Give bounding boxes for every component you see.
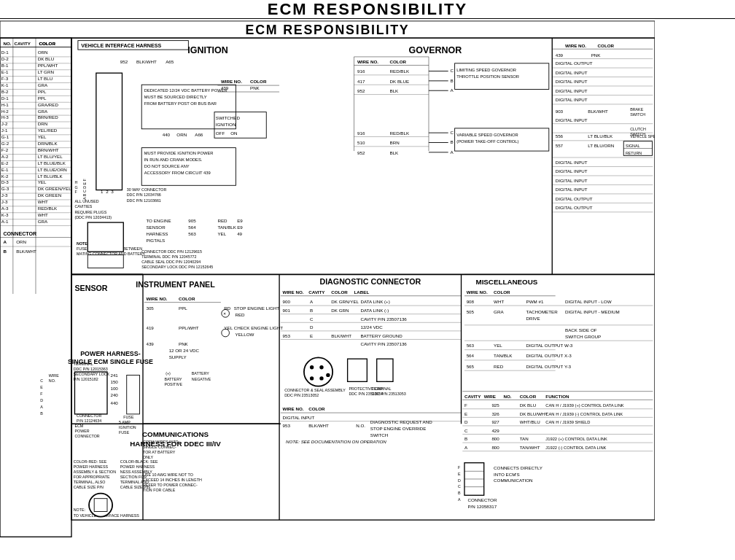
svg-text:POWER HARNESS-: POWER HARNESS-: [80, 350, 141, 357]
svg-text:DIGITAL INPUT: DIGITAL INPUT: [283, 415, 315, 420]
svg-text:LABEL: LABEL: [354, 289, 370, 295]
svg-text:DIAGNOSTIC REQUEST AND: DIAGNOSTIC REQUEST AND: [370, 419, 432, 424]
svg-text:GRA: GRA: [494, 309, 504, 314]
svg-text:A: A: [458, 497, 461, 502]
svg-text:2: 2: [106, 189, 109, 194]
svg-text:NEGATIVE: NEGATIVE: [192, 377, 211, 381]
svg-text:WIRE NO.: WIRE NO.: [565, 43, 586, 48]
svg-text:CAVITY: CAVITY: [464, 394, 481, 399]
svg-text:ONLY: ONLY: [143, 455, 154, 459]
svg-text:PPL: PPL: [179, 306, 187, 311]
svg-text:PPL/WHT: PPL/WHT: [179, 325, 199, 330]
svg-text:FUNCTION: FUNCTION: [545, 394, 569, 399]
svg-text:DK GREEN/YEL: DK GREEN/YEL: [38, 186, 72, 191]
svg-text:DRN/BLK: DRN/BLK: [38, 141, 58, 146]
svg-text:GRA: GRA: [38, 219, 48, 224]
svg-text:CLUTCH: CLUTCH: [630, 127, 646, 131]
svg-text:LT BLUE/ORN: LT BLUE/ORN: [38, 167, 67, 172]
svg-text:WIRE NO.: WIRE NO.: [357, 59, 378, 64]
svg-text:E9: E9: [237, 225, 243, 230]
misc-title: MISCELLANEOUS: [475, 278, 537, 286]
svg-text:A-2: A-2: [1, 154, 9, 159]
svg-text:925: 925: [491, 402, 499, 408]
svg-text:NOTE:: NOTE:: [74, 508, 85, 513]
svg-text:C: C: [450, 68, 454, 73]
svg-text:EXCEED 14 INCHES IN LENGTH: EXCEED 14 INCHES IN LENGTH: [143, 478, 202, 482]
svg-text:FROM BATTERY POST OR BUS BAR: FROM BATTERY POST OR BUS BAR: [144, 101, 217, 106]
col-header-cavity: CAVITY: [15, 41, 31, 46]
svg-text:417: 417: [357, 79, 365, 84]
svg-text:556: 556: [556, 133, 564, 139]
svg-text:GRA: GRA: [38, 109, 48, 114]
svg-text:241: 241: [110, 373, 118, 378]
title-svg: ECM RESPONSIBILITY: [246, 23, 410, 37]
svg-text:REFER TO POWER CONNEC-: REFER TO POWER CONNEC-: [143, 483, 198, 487]
svg-text:800: 800: [491, 445, 499, 450]
svg-text:(DDC P/N 12034413): (DDC P/N 12034413): [74, 215, 112, 219]
svg-text:THROTTLE POSITION SENSOR: THROTTLE POSITION SENSOR: [456, 74, 519, 79]
svg-text:COLOR: COLOR: [308, 406, 325, 411]
svg-text:BLK: BLK: [390, 150, 400, 155]
sensor-label: SENSOR: [74, 284, 107, 292]
row-d1: D-1: [1, 50, 9, 55]
svg-text:B-2: B-2: [1, 89, 9, 94]
svg-text:A: A: [40, 405, 43, 409]
svg-text:439: 439: [146, 341, 154, 346]
svg-text:RED: RED: [217, 218, 228, 223]
svg-text:DK BLU/WHT: DK BLU/WHT: [520, 411, 548, 416]
svg-text:COLOR: COLOR: [250, 79, 267, 84]
svg-text:DRIVE: DRIVE: [526, 316, 540, 321]
svg-text:DIGITAL INPUT: DIGITAL INPUT: [556, 70, 588, 75]
svg-text:C: C: [458, 484, 461, 489]
svg-text:D: D: [40, 398, 43, 402]
svg-text:TACHOMETER: TACHOMETER: [526, 309, 559, 314]
svg-text:419: 419: [146, 325, 154, 330]
svg-text:CAN H / J1939 (+) CONTROL DATA: CAN H / J1939 (+) CONTROL DATA LINK: [545, 403, 623, 408]
svg-text:B: B: [458, 491, 461, 495]
svg-text:563: 563: [467, 343, 475, 348]
svg-text:YEL: YEL: [38, 180, 47, 185]
svg-text:NOTE: SEE DOCUMENTATION ON OPE: NOTE: SEE DOCUMENTATION ON OPERATION: [286, 439, 386, 444]
svg-text:564: 564: [188, 225, 196, 230]
svg-text:GRFM WIRES INTO: GRFM WIRES INTO: [143, 440, 179, 444]
svg-text:BRAKE: BRAKE: [630, 107, 644, 112]
svg-text:D-1: D-1: [1, 96, 9, 101]
svg-text:STOP ENGINE LIGHT: STOP ENGINE LIGHT: [234, 306, 280, 311]
svg-text:CONNECTOR: CONNECTOR: [74, 434, 99, 438]
svg-text:CONNECTS DIRECTLY: CONNECTS DIRECTLY: [494, 465, 543, 470]
svg-text:BLK/WHT: BLK/WHT: [308, 423, 329, 428]
svg-text:LT GRN: LT GRN: [38, 69, 54, 74]
svg-text:(POWER TAKE-OFF CONTROL): (POWER TAKE-OFF CONTROL): [456, 139, 518, 144]
svg-text:CAVITY P/N 23507136: CAVITY P/N 23507136: [360, 316, 407, 322]
svg-text:952: 952: [357, 150, 365, 155]
svg-text:WHT: WHT: [38, 212, 48, 217]
svg-point-467: [89, 494, 112, 517]
svg-text:DIGITAL OUTPUT X-3: DIGITAL OUTPUT X-3: [526, 353, 572, 358]
svg-text:RETURN: RETURN: [626, 151, 642, 155]
svg-text:BRN: BRN: [390, 140, 400, 145]
svg-text:WIRE NO.: WIRE NO.: [283, 406, 304, 411]
svg-rect-470: [88, 255, 123, 268]
svg-text:WHT: WHT: [494, 299, 504, 304]
svg-text:LT BLU/BLK: LT BLU/BLK: [588, 133, 613, 139]
svg-text:DIGITAL INPUT: DIGITAL INPUT: [556, 160, 588, 165]
svg-text:E: E: [40, 385, 43, 389]
svg-text:DEDICATED 12/24 VDC BATTERY PO: DEDICATED 12/24 VDC BATTERY POWER: [144, 88, 228, 93]
svg-text:A-1: A-1: [1, 219, 9, 224]
svg-text:REQUIRE PLUGS: REQUIRE PLUGS: [74, 210, 106, 214]
svg-point-299: [310, 365, 314, 369]
svg-text:SIGNAL: SIGNAL: [626, 144, 640, 148]
svg-text:TERMINAL: TERMINAL: [74, 362, 93, 366]
svg-text:COLOR: COLOR: [494, 289, 510, 295]
svg-text:WIRE NO.: WIRE NO.: [221, 79, 242, 84]
svg-text:DK BLUE: DK BLUE: [390, 79, 410, 84]
svg-text:DDC P/N 12103661: DDC P/N 12103661: [127, 198, 161, 203]
svg-text:ECM: ECM: [74, 424, 83, 428]
svg-text:BACK SIDE OF: BACK SIDE OF: [565, 327, 597, 332]
svg-text:F-3: F-3: [1, 76, 9, 81]
svg-text:DRN: DRN: [38, 121, 47, 126]
svg-text:YEL/RED: YEL/RED: [38, 128, 58, 133]
svg-text:ORN: ORN: [16, 239, 26, 244]
svg-text:✕: ✕: [223, 311, 226, 316]
svg-text:POSITIVE: POSITIVE: [164, 382, 182, 386]
